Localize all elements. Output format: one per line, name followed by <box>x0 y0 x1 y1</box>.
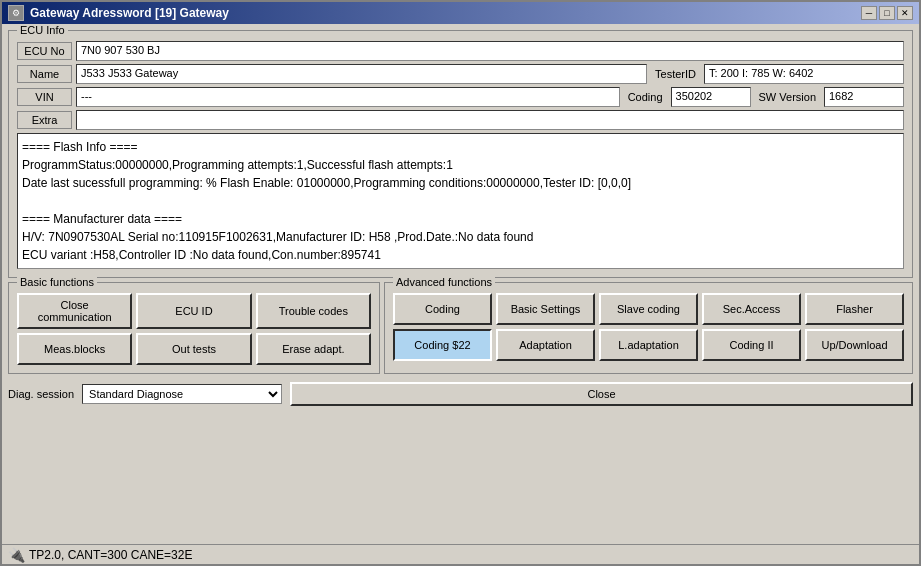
sec-access-button[interactable]: Sec.Access <box>702 293 801 325</box>
title-bar: ⚙ Gateway Adressword [19] Gateway ─ □ ✕ <box>2 2 919 24</box>
app-icon: ⚙ <box>8 5 24 21</box>
up-download-button[interactable]: Up/Download <box>805 329 904 361</box>
maximize-button[interactable]: □ <box>879 6 895 20</box>
flash-line4 <box>22 192 899 210</box>
meas-blocks-button[interactable]: Meas.blocks <box>17 333 132 365</box>
slave-coding-button[interactable]: Slave coding <box>599 293 698 325</box>
basic-functions-group: Basic functions Close communication ECU … <box>8 282 380 374</box>
close-button[interactable]: Close <box>290 382 913 406</box>
coding-ii-button[interactable]: Coding II <box>702 329 801 361</box>
coding-button[interactable]: Coding <box>393 293 492 325</box>
tester-id-label: TesterID <box>651 68 700 80</box>
sw-version-label: SW Version <box>755 91 820 103</box>
flash-info-box: ==== Flash Info ==== ProgrammStatus:0000… <box>17 133 904 269</box>
diag-session-bar: Diag. session Standard Diagnose Extended… <box>8 378 913 410</box>
l-adaptation-button[interactable]: L.adaptation <box>599 329 698 361</box>
diag-session-label: Diag. session <box>8 388 74 400</box>
ecu-no-value: 7N0 907 530 BJ <box>76 41 904 61</box>
sw-version-value: 1682 <box>824 87 904 107</box>
ecu-info-group: ECU Info ECU No 7N0 907 530 BJ Name J533… <box>8 30 913 278</box>
erase-adapt-button[interactable]: Erase adapt. <box>256 333 371 365</box>
name-label: Name <box>17 65 72 83</box>
extra-value <box>76 110 904 130</box>
flash-line3: Date last sucessfull programming: % Flas… <box>22 174 899 192</box>
ecu-info-label: ECU Info <box>17 24 68 36</box>
title-buttons: ─ □ ✕ <box>861 6 913 20</box>
flash-line6: H/V: 7N0907530AL Serial no:110915F100263… <box>22 228 899 246</box>
coding-label: Coding <box>624 91 667 103</box>
advanced-functions-group: Advanced functions Coding Basic Settings… <box>384 282 913 374</box>
basic-functions-grid: Close communication ECU ID Trouble codes… <box>17 293 371 365</box>
minimize-button[interactable]: ─ <box>861 6 877 20</box>
title-bar-left: ⚙ Gateway Adressword [19] Gateway <box>8 5 229 21</box>
advanced-functions-label: Advanced functions <box>393 276 495 288</box>
status-text: TP2.0, CANT=300 CANE=32E <box>29 548 192 562</box>
vin-label: VIN <box>17 88 72 106</box>
basic-functions-label: Basic functions <box>17 276 97 288</box>
main-content: ECU Info ECU No 7N0 907 530 BJ Name J533… <box>2 24 919 544</box>
extra-row: Extra <box>17 110 904 130</box>
advanced-row2: Coding $22 Adaptation L.adaptation Codin… <box>393 329 904 361</box>
adaptation-button[interactable]: Adaptation <box>496 329 595 361</box>
flash-line2: ProgrammStatus:00000000,Programming atte… <box>22 156 899 174</box>
coding-22-button[interactable]: Coding $22 <box>393 329 492 361</box>
name-value: J533 J533 Gateway <box>76 64 647 84</box>
bottom-section: Basic functions Close communication ECU … <box>8 282 913 374</box>
close-window-button[interactable]: ✕ <box>897 6 913 20</box>
tester-id-value: T: 200 I: 785 W: 6402 <box>704 64 904 84</box>
diag-session-select[interactable]: Standard Diagnose Extended Diagnose Prog… <box>82 384 282 404</box>
advanced-row1: Coding Basic Settings Slave coding Sec.A… <box>393 293 904 325</box>
basic-settings-button[interactable]: Basic Settings <box>496 293 595 325</box>
vin-row: VIN --- Coding 350202 SW Version 1682 <box>17 87 904 107</box>
coding-value: 350202 <box>671 87 751 107</box>
flash-line5: ==== Manufacturer data ==== <box>22 210 899 228</box>
flash-line1: ==== Flash Info ==== <box>22 138 899 156</box>
ecu-no-label: ECU No <box>17 42 72 60</box>
flash-line7: ECU variant :H58,Controller ID :No data … <box>22 246 899 264</box>
close-communication-button[interactable]: Close communication <box>17 293 132 329</box>
trouble-codes-button[interactable]: Trouble codes <box>256 293 371 329</box>
main-window: ⚙ Gateway Adressword [19] Gateway ─ □ ✕ … <box>0 0 921 566</box>
window-title: Gateway Adressword [19] Gateway <box>30 6 229 20</box>
out-tests-button[interactable]: Out tests <box>136 333 251 365</box>
name-row: Name J533 J533 Gateway TesterID T: 200 I… <box>17 64 904 84</box>
vin-value: --- <box>76 87 620 107</box>
status-bar: 🔌 TP2.0, CANT=300 CANE=32E <box>2 544 919 564</box>
ecu-no-row: ECU No 7N0 907 530 BJ <box>17 41 904 61</box>
ecu-id-button[interactable]: ECU ID <box>136 293 251 329</box>
status-icon: 🔌 <box>8 547 25 563</box>
extra-label: Extra <box>17 111 72 129</box>
flasher-button[interactable]: Flasher <box>805 293 904 325</box>
